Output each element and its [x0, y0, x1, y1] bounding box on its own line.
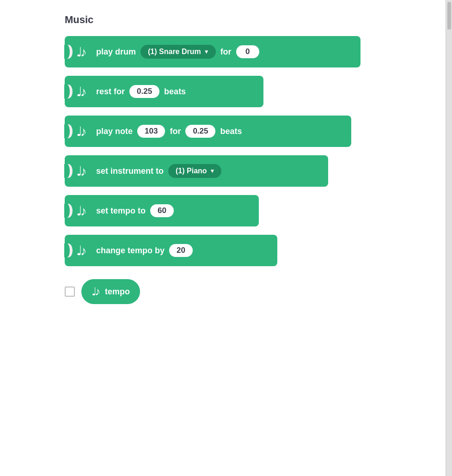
block-notch [64, 85, 70, 98]
music-note-icon: ♩♪ [76, 124, 85, 139]
beats-label: beats [164, 87, 186, 97]
play-note-label: play note [96, 127, 133, 136]
music-note-icon: ♩♪ [76, 84, 85, 99]
change-tempo-block[interactable]: ♩♪ change tempo by 20 [65, 235, 277, 266]
scrollbar[interactable] [446, 0, 452, 476]
set-instrument-block[interactable]: ♩♪ set instrument to (1) Piano ▼ [65, 155, 328, 187]
play-drum-label: play drum [96, 47, 136, 57]
music-note-icon: ♩♪ [92, 285, 98, 298]
scrollbar-thumb[interactable] [447, 2, 451, 30]
block-notch [64, 45, 70, 59]
set-instrument-text: set instrument to (1) Piano ▼ [96, 164, 328, 178]
dropdown-arrow-icon: ▼ [204, 49, 209, 55]
music-note-icon: ♩♪ [76, 203, 85, 219]
note-beats-value[interactable]: 0.25 [185, 125, 215, 138]
music-note-icon: ♩♪ [76, 44, 85, 60]
set-instrument-label: set instrument to [96, 166, 164, 176]
rest-for-text: rest for 0.25 beats [96, 85, 263, 98]
tempo-value[interactable]: 60 [150, 204, 174, 217]
play-note-block[interactable]: ♩♪ play note 103 for 0.25 beats [65, 116, 351, 147]
tempo-reporter-label: tempo [105, 287, 130, 297]
set-tempo-block[interactable]: ♩♪ set tempo to 60 [65, 195, 259, 226]
beats-label2: beats [220, 127, 242, 136]
snare-drum-dropdown[interactable]: (1) Snare Drum ▼ [140, 45, 216, 59]
play-drum-text: play drum (1) Snare Drum ▼ for 0 [96, 45, 360, 59]
music-note-icon: ♩♪ [76, 243, 85, 258]
blocks-list: ♩♪ play drum (1) Snare Drum ▼ for 0 ♩♪ [65, 36, 436, 266]
block-notch [64, 164, 70, 178]
block-notch [64, 244, 70, 257]
change-tempo-text: change tempo by 20 [96, 244, 277, 257]
set-tempo-text: set tempo to 60 [96, 204, 259, 217]
for-label2: for [170, 127, 181, 136]
for-label: for [220, 47, 232, 57]
section-title: Music [65, 14, 436, 26]
rest-for-block[interactable]: ♩♪ rest for 0.25 beats [65, 76, 263, 107]
block-notch [64, 204, 70, 218]
change-tempo-label: change tempo by [96, 246, 165, 256]
main-content: Music ♩♪ play drum (1) Snare Drum ▼ for … [0, 0, 446, 476]
snare-drum-value: (1) Snare Drum [148, 48, 201, 56]
tempo-reporter-block[interactable]: ♩♪ tempo [81, 279, 140, 304]
piano-dropdown[interactable]: (1) Piano ▼ [168, 164, 221, 178]
set-tempo-label: set tempo to [96, 206, 146, 216]
change-tempo-value[interactable]: 20 [169, 244, 193, 257]
page-container: Music ♩♪ play drum (1) Snare Drum ▼ for … [0, 0, 452, 476]
reporter-row: ♩♪ tempo [65, 279, 436, 304]
piano-value: (1) Piano [176, 167, 207, 175]
play-drum-block[interactable]: ♩♪ play drum (1) Snare Drum ▼ for 0 [65, 36, 360, 67]
dropdown-arrow-icon2: ▼ [210, 168, 215, 174]
block-notch [64, 124, 70, 138]
play-note-text: play note 103 for 0.25 beats [96, 125, 351, 138]
note-value[interactable]: 103 [137, 125, 165, 138]
rest-beats-value[interactable]: 0.25 [129, 85, 159, 98]
drum-beats-value[interactable]: 0 [236, 45, 259, 58]
rest-for-label: rest for [96, 87, 125, 97]
tempo-checkbox[interactable] [65, 287, 75, 297]
music-note-icon: ♩♪ [76, 164, 85, 179]
